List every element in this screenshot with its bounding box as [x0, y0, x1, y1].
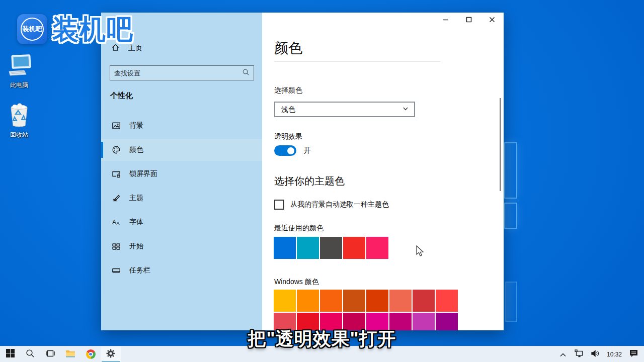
background-icon	[112, 121, 121, 130]
windows-color-swatch[interactable]	[413, 290, 435, 312]
windows-color-swatch[interactable]	[436, 290, 458, 312]
desktop-icon-label: 回收站	[0, 131, 38, 139]
transparency-toggle[interactable]	[274, 145, 296, 156]
sidebar-item-colors[interactable]: 颜色	[101, 139, 262, 161]
brand-name-text: 装机吧	[52, 14, 134, 45]
recent-color-swatch[interactable]	[343, 237, 365, 259]
recent-color-swatch[interactable]	[366, 237, 388, 259]
sidebar-item-label: 任务栏	[129, 266, 150, 275]
windows-colors-label: Windows 颜色	[274, 278, 319, 287]
desktop-icon-recycle-bin[interactable]: 回收站	[0, 103, 38, 139]
wallpaper-window-pane	[505, 282, 517, 322]
sidebar-item-label: 主题	[129, 194, 143, 203]
mouse-cursor	[416, 245, 425, 259]
recent-colors-row	[274, 237, 388, 259]
lockscreen-icon	[112, 169, 121, 178]
sidebar-item-label: 颜色	[129, 145, 143, 154]
close-button[interactable]	[480, 13, 504, 28]
settings-window: 设置 主页	[101, 13, 504, 330]
toggle-state-label: 开	[303, 146, 311, 155]
maximize-button[interactable]	[457, 13, 480, 28]
toggle-knob	[287, 147, 294, 154]
sidebar-section-header: 个性化	[110, 91, 133, 101]
windows-color-swatch[interactable]	[320, 290, 342, 312]
minimize-button[interactable]	[434, 13, 457, 28]
wallpaper-window-pane	[504, 203, 517, 229]
chevron-down-icon	[402, 105, 409, 114]
maximize-icon	[466, 16, 472, 25]
accent-color-heading: 选择你的主题色	[274, 174, 345, 188]
color-mode-dropdown[interactable]: 浅色	[274, 102, 415, 117]
wallpaper-window-pane	[504, 142, 517, 199]
fonts-icon: A A	[112, 218, 121, 227]
video-subtitle: 把"透明效果"打开	[0, 327, 644, 351]
auto-pick-label: 从我的背景自动选取一种主题色	[290, 200, 389, 209]
search-input[interactable]	[110, 69, 242, 77]
page-title: 颜色	[274, 39, 302, 58]
taskbar-icon	[112, 266, 121, 275]
sidebar-item-label: 锁屏界面	[129, 169, 157, 178]
recent-color-swatch[interactable]	[274, 237, 296, 259]
recycle-bin-icon	[0, 103, 38, 129]
desktop-icon-this-pc[interactable]: 此电脑	[0, 54, 38, 89]
title-divider	[274, 61, 440, 62]
start-icon	[112, 242, 121, 251]
desktop-icon-label: 此电脑	[0, 81, 38, 89]
sidebar-item-background[interactable]: 背景	[101, 115, 262, 137]
windows-color-swatch[interactable]	[274, 290, 296, 312]
recent-color-swatch[interactable]	[297, 237, 319, 259]
colors-icon	[112, 145, 121, 154]
svg-text:A: A	[112, 219, 116, 226]
recent-colors-label: 最近使用的颜色	[274, 224, 324, 233]
recent-color-swatch[interactable]	[320, 237, 342, 259]
sidebar-item-lockscreen[interactable]: 锁屏界面	[101, 163, 262, 185]
sidebar-item-themes[interactable]: 主题	[101, 187, 262, 209]
scrollbar-thumb[interactable]	[500, 98, 501, 191]
settings-content: 颜色 选择颜色 浅色 透明效果 开 选择你的主题色 从我的背景自动选取一种主题色…	[262, 13, 504, 330]
settings-sidebar: 主页 个性化 背景	[101, 13, 262, 330]
windows-colors-grid	[274, 290, 461, 330]
clock[interactable]: 10:32	[605, 351, 624, 358]
sidebar-item-taskbar[interactable]: 任务栏	[101, 259, 262, 282]
sidebar-item-label: 背景	[129, 121, 143, 130]
this-pc-icon	[0, 54, 38, 79]
minimize-icon	[443, 16, 449, 25]
svg-text:A: A	[117, 221, 120, 226]
settings-search-box[interactable]	[110, 65, 254, 80]
auto-pick-checkbox[interactable]	[274, 200, 284, 210]
search-icon	[242, 68, 250, 78]
dropdown-value: 浅色	[281, 105, 295, 114]
choose-color-label: 选择颜色	[274, 86, 302, 95]
brand-logo-text: 装机吧	[23, 25, 42, 34]
sidebar-item-label: 开始	[129, 242, 143, 251]
sidebar-item-label: 字体	[129, 218, 143, 227]
windows-color-swatch[interactable]	[343, 290, 365, 312]
sidebar-item-fonts[interactable]: A A 字体	[101, 211, 262, 233]
sidebar-home-label: 主页	[128, 44, 142, 53]
themes-icon	[112, 194, 121, 203]
windows-color-swatch[interactable]	[389, 290, 412, 312]
transparency-label: 透明效果	[274, 132, 302, 141]
brand-logo-icon: 装机吧	[17, 14, 47, 44]
brand-watermark: 装机吧 装机吧	[17, 14, 134, 44]
window-controls	[434, 13, 504, 28]
sidebar-item-start[interactable]: 开始	[101, 235, 262, 257]
windows-color-swatch[interactable]	[297, 290, 319, 312]
windows-color-swatch[interactable]	[366, 290, 388, 312]
close-icon	[489, 16, 495, 25]
